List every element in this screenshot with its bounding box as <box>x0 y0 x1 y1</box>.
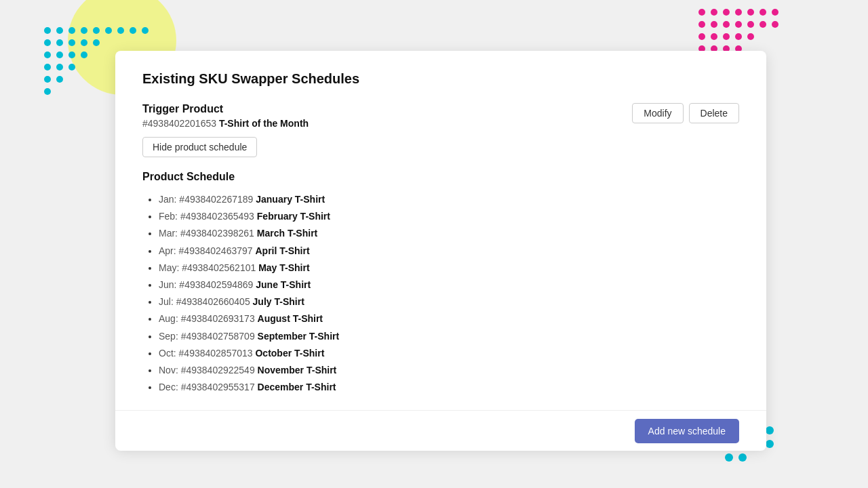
schedule-product-name: May T-Shirt <box>258 262 309 273</box>
schedule-month: Jan: #4938402267189 <box>159 194 253 205</box>
svg-point-1 <box>56 27 63 34</box>
svg-point-41 <box>735 33 742 40</box>
svg-point-32 <box>711 21 717 28</box>
trigger-header: Trigger Product #4938402201653 T-Shirt o… <box>142 103 739 157</box>
add-schedule-button[interactable]: Add new schedule <box>635 419 739 443</box>
svg-point-11 <box>68 39 75 46</box>
schedule-title: Product Schedule <box>142 171 739 183</box>
schedule-product-name: September T-Shirt <box>258 331 340 342</box>
schedule-product-name: August T-Shirt <box>258 313 323 324</box>
schedule-month: Oct: #4938402857013 <box>159 348 253 359</box>
schedule-month: Mar: #4938402398261 <box>159 228 254 239</box>
svg-point-4 <box>93 27 100 34</box>
schedule-list-item: Feb: #4938402365493 February T-Shirt <box>159 208 739 225</box>
svg-point-28 <box>747 9 754 16</box>
schedule-month: Feb: #4938402365493 <box>159 211 254 222</box>
svg-point-24 <box>698 9 705 16</box>
svg-point-37 <box>772 21 778 28</box>
schedule-list-item: Aug: #4938402693173 August T-Shirt <box>159 310 739 327</box>
svg-point-55 <box>766 426 774 434</box>
svg-point-3 <box>81 27 87 34</box>
schedule-list-item: Oct: #4938402857013 October T-Shirt <box>159 345 739 362</box>
svg-point-6 <box>117 27 124 34</box>
schedule-product-name: February T-Shirt <box>257 211 330 222</box>
svg-point-10 <box>56 39 63 46</box>
svg-point-38 <box>698 33 705 40</box>
delete-button[interactable]: Delete <box>689 103 739 123</box>
schedule-product-name: March T-Shirt <box>257 228 317 239</box>
schedule-list-item: May: #4938402562101 May T-Shirt <box>159 260 739 277</box>
schedule-list-item: Nov: #4938402922549 November T-Shirt <box>159 362 739 379</box>
svg-point-26 <box>723 9 730 16</box>
svg-point-0 <box>44 27 51 34</box>
schedule-list-item: Jul: #4938402660405 July T-Shirt <box>159 293 739 310</box>
schedule-list-item: Sep: #4938402758709 September T-Shirt <box>159 328 739 345</box>
svg-point-39 <box>711 33 717 40</box>
svg-point-14 <box>44 52 51 58</box>
schedule-section: Product Schedule Jan: #4938402267189 Jan… <box>142 171 739 396</box>
schedule-list-item: Jan: #4938402267189 January T-Shirt <box>159 191 739 208</box>
svg-point-35 <box>747 21 754 28</box>
page-title: Existing SKU Swapper Schedules <box>142 71 739 87</box>
hide-schedule-button[interactable]: Hide product schedule <box>142 137 257 157</box>
schedule-month: Sep: #4938402758709 <box>159 331 255 342</box>
svg-point-42 <box>747 33 754 40</box>
schedule-month: Dec: #4938402955317 <box>159 382 255 392</box>
schedule-product-name: December T-Shirt <box>258 382 336 392</box>
schedule-month: Nov: #4938402922549 <box>159 365 255 375</box>
schedule-list-item: Jun: #4938402594869 June T-Shirt <box>159 277 739 293</box>
svg-point-15 <box>56 52 63 58</box>
svg-point-61 <box>738 453 747 462</box>
svg-point-29 <box>760 9 766 16</box>
svg-point-33 <box>723 21 730 28</box>
svg-point-36 <box>760 21 766 28</box>
trigger-product-name: T-Shirt of the Month <box>219 118 309 129</box>
svg-point-20 <box>68 64 75 70</box>
schedule-list-item: Apr: #4938402463797 April T-Shirt <box>159 243 739 260</box>
schedule-list-item: Mar: #4938402398261 March T-Shirt <box>159 225 739 242</box>
action-buttons: Modify Delete <box>632 103 739 123</box>
schedule-month: Jun: #4938402594869 <box>159 279 253 290</box>
svg-point-7 <box>130 27 136 34</box>
svg-point-17 <box>81 52 87 58</box>
schedule-list-item: Dec: #4938402955317 December T-Shirt <box>159 379 739 396</box>
schedule-product-name: June T-Shirt <box>256 279 311 290</box>
svg-point-60 <box>725 453 733 462</box>
svg-point-31 <box>698 21 705 28</box>
schedule-month: May: #4938402562101 <box>159 262 256 273</box>
svg-point-40 <box>723 33 730 40</box>
trigger-label: Trigger Product <box>142 103 309 115</box>
schedule-month: Jul: #4938402660405 <box>159 296 250 307</box>
svg-point-22 <box>56 76 63 83</box>
trigger-info: Trigger Product #4938402201653 T-Shirt o… <box>142 103 309 157</box>
schedule-month: Aug: #4938402693173 <box>159 313 255 324</box>
svg-point-19 <box>56 64 63 70</box>
svg-point-27 <box>735 9 742 16</box>
svg-point-59 <box>766 440 774 448</box>
svg-point-5 <box>105 27 112 34</box>
schedule-product-name: April T-Shirt <box>255 245 309 256</box>
schedule-product-name: October T-Shirt <box>255 348 324 359</box>
svg-point-9 <box>44 39 51 46</box>
schedule-product-name: November T-Shirt <box>258 365 337 375</box>
svg-point-30 <box>772 9 778 16</box>
trigger-product-line: #4938402201653 T-Shirt of the Month <box>142 118 309 129</box>
svg-point-25 <box>711 9 717 16</box>
trigger-section: Trigger Product #4938402201653 T-Shirt o… <box>142 103 739 157</box>
card-footer: Add new schedule <box>115 410 766 451</box>
svg-point-13 <box>93 39 100 46</box>
svg-point-23 <box>44 88 51 95</box>
svg-point-2 <box>68 27 75 34</box>
svg-point-16 <box>68 52 75 58</box>
svg-point-8 <box>142 27 149 34</box>
modify-button[interactable]: Modify <box>632 103 683 123</box>
schedule-list: Jan: #4938402267189 January T-ShirtFeb: … <box>142 191 739 396</box>
svg-point-18 <box>44 64 51 70</box>
main-card: Existing SKU Swapper Schedules Trigger P… <box>115 51 766 449</box>
schedule-month: Apr: #4938402463797 <box>159 245 253 256</box>
svg-point-34 <box>735 21 742 28</box>
trigger-sku: #4938402201653 <box>142 118 216 129</box>
svg-point-21 <box>44 76 51 83</box>
schedule-product-name: July T-Shirt <box>253 296 304 307</box>
schedule-product-name: January T-Shirt <box>256 194 325 205</box>
